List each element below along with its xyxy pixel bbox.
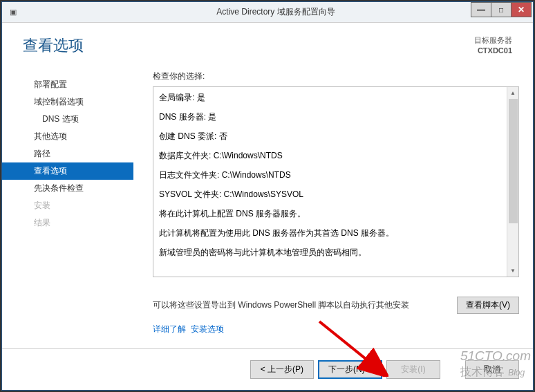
export-text: 可以将这些设置导出到 Windows PowerShell 脚本以自动执行其他安…	[153, 299, 409, 311]
main-panel: 检查你的选择: 全局编录: 是DNS 服务器: 是创建 DNS 委派: 否数据库…	[133, 62, 526, 335]
scroll-down-button[interactable]: ▼	[507, 265, 518, 277]
install-button[interactable]: 安装(I)	[386, 360, 440, 379]
scroll-thumb[interactable]	[509, 99, 518, 223]
sidebar-item-3[interactable]: 其他选项	[2, 128, 133, 145]
sidebar-item-2[interactable]: DNS 选项	[2, 111, 133, 128]
window-controls: — □ ✕	[471, 2, 532, 19]
review-line-2: 创建 DNS 委派: 否	[159, 130, 506, 142]
sidebar-item-1[interactable]: 域控制器选项	[2, 93, 133, 111]
scroll-up-button[interactable]: ▲	[507, 87, 518, 99]
review-line-5: SYSVOL 文件夹: C:\Windows\SYSVOL	[159, 188, 506, 200]
review-line-4: 日志文件文件夹: C:\Windows\NTDS	[159, 169, 506, 181]
review-box: 全局编录: 是DNS 服务器: 是创建 DNS 委派: 否数据库文件夹: C:\…	[153, 86, 519, 277]
app-icon: ▣	[8, 7, 19, 18]
install-options-link[interactable]: 安装选项	[191, 324, 224, 334]
close-button[interactable]: ✕	[511, 2, 532, 17]
page-title: 查看选项	[23, 35, 84, 56]
scrollbar[interactable]: ▲ ▼	[507, 87, 518, 277]
target-server: 目标服务器 CTXDC01	[474, 35, 512, 57]
sidebar-item-4[interactable]: 路径	[2, 145, 133, 162]
export-row: 可以将这些设置导出到 Windows PowerShell 脚本以自动执行其他安…	[153, 297, 519, 314]
prompt-label: 检查你的选择:	[153, 71, 519, 82]
review-line-8: 新域管理员的密码将与此计算机本地管理员的密码相同。	[159, 246, 506, 259]
review-line-1: DNS 服务器: 是	[159, 111, 506, 123]
minimize-button[interactable]: —	[471, 2, 491, 17]
sidebar-item-6[interactable]: 先决条件检查	[2, 180, 133, 197]
review-line-0: 全局编录: 是	[159, 91, 506, 104]
titlebar: ▣ Active Directory 域服务配置向导 — □ ✕	[2, 2, 533, 23]
sidebar-item-5[interactable]: 查看选项	[2, 162, 133, 180]
wizard-window: ▣ Active Directory 域服务配置向导 — □ ✕ 查看选项 目标…	[1, 1, 534, 391]
sidebar-item-7: 安装	[2, 197, 133, 214]
sidebar-item-0[interactable]: 部署配置	[2, 76, 133, 93]
prev-button[interactable]: < 上一步(P)	[250, 360, 314, 379]
target-name: CTXDC01	[474, 46, 512, 56]
view-script-button[interactable]: 查看脚本(V)	[457, 297, 519, 314]
body: 部署配置域控制器选项DNS 选项其他选项路径查看选项先决条件检查安装结果 检查你…	[2, 62, 533, 335]
link-row: 详细了解 安装选项	[153, 324, 519, 335]
sidebar-item-8: 结果	[2, 214, 133, 232]
sidebar: 部署配置域控制器选项DNS 选项其他选项路径查看选项先决条件检查安装结果	[2, 62, 133, 335]
review-content: 全局编录: 是DNS 服务器: 是创建 DNS 委派: 否数据库文件夹: C:\…	[153, 87, 518, 270]
maximize-button[interactable]: □	[491, 2, 511, 17]
learn-more-link[interactable]: 详细了解	[153, 324, 186, 334]
header: 查看选项 目标服务器 CTXDC01	[2, 23, 533, 62]
footer: < 上一步(P) 下一步(N) > 安装(I) 取消	[2, 348, 533, 379]
next-button[interactable]: 下一步(N) >	[318, 360, 382, 379]
review-line-6: 将在此计算机上配置 DNS 服务器服务。	[159, 207, 506, 220]
window-title: Active Directory 域服务配置向导	[19, 6, 533, 18]
review-line-3: 数据库文件夹: C:\Windows\NTDS	[159, 149, 506, 162]
target-label: 目标服务器	[474, 35, 512, 46]
review-line-7: 此计算机将配置为使用此 DNS 服务器作为其首选 DNS 服务器。	[159, 227, 506, 239]
cancel-button[interactable]: 取消	[465, 360, 519, 379]
